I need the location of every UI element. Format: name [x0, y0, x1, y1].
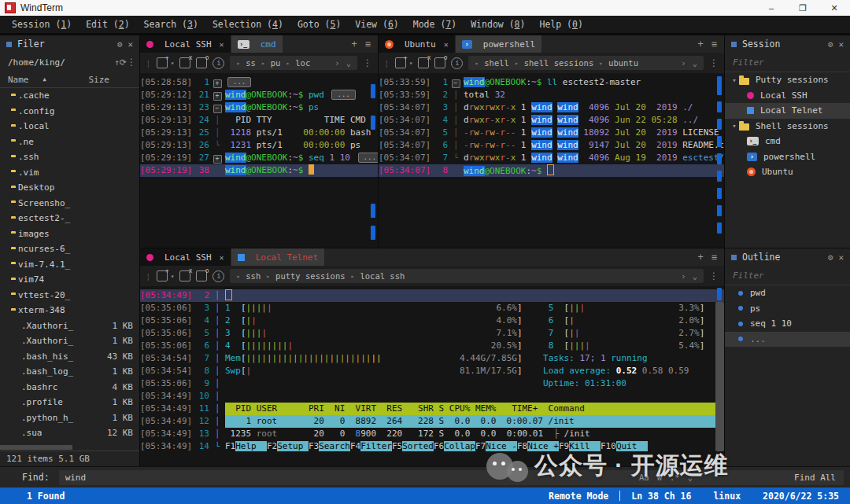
- tab-list-icon[interactable]: ≡: [365, 39, 371, 50]
- session-tree-item-ubuntu[interactable]: Ubuntu: [725, 164, 850, 180]
- find-all-button[interactable]: Find All: [794, 473, 836, 483]
- filer-path[interactable]: /home/king/: [8, 57, 65, 68]
- new-session-icon[interactable]: [157, 270, 168, 281]
- file-row[interactable]: .Xauthori_1 KB: [0, 333, 139, 349]
- collapsed-fold-chip[interactable]: ...: [227, 77, 251, 87]
- file-row[interactable]: .profile1 KB: [0, 395, 139, 410]
- file-row[interactable]: xterm-348: [0, 303, 139, 318]
- breadcrumb-segment[interactable]: local ssh: [360, 271, 405, 281]
- close-button[interactable]: ✕: [819, 0, 850, 16]
- breadcrumb-segment[interactable]: pu: [271, 58, 281, 68]
- menu-view[interactable]: View (6): [348, 19, 405, 30]
- fold-collapse-icon[interactable]: −: [209, 101, 225, 114]
- menu-help[interactable]: Help (0): [532, 19, 589, 30]
- dropdown-caret-icon[interactable]: ▾: [409, 60, 413, 67]
- file-row[interactable]: .ne: [0, 134, 139, 150]
- new-tab-button[interactable]: +: [698, 39, 704, 50]
- outline-item[interactable]: ps: [725, 301, 850, 317]
- breadcrumb[interactable]: ▸ss▸pu▸loc›⌄: [230, 56, 357, 70]
- info-icon[interactable]: i: [213, 270, 224, 282]
- find-input[interactable]: [59, 470, 844, 485]
- info-icon[interactable]: i: [213, 57, 224, 69]
- breadcrumb-segment[interactable]: shell sessions: [524, 58, 594, 68]
- menu-goto[interactable]: Goto (5): [290, 19, 348, 30]
- session-tree-item-cmd[interactable]: cmd: [725, 134, 850, 149]
- menu-window[interactable]: Window (8): [464, 19, 532, 30]
- file-row[interactable]: esctest2-_: [0, 211, 139, 226]
- breadcrumb-segment[interactable]: putty sessions: [275, 271, 346, 281]
- gear-icon[interactable]: ⚙: [828, 252, 833, 263]
- column-name[interactable]: Name: [8, 75, 29, 85]
- fold-expand-icon[interactable]: +: [209, 76, 225, 89]
- find-option-aa[interactable]: Aa: [639, 473, 649, 482]
- chevron-right-icon[interactable]: ›: [334, 58, 339, 68]
- fold-expand-icon[interactable]: +: [209, 89, 225, 101]
- os-indicator[interactable]: linux: [702, 491, 752, 502]
- file-row[interactable]: .ssh: [0, 149, 139, 165]
- file-row[interactable]: .cache: [0, 88, 139, 104]
- session-tree-item-powershell[interactable]: powershell: [725, 149, 850, 165]
- close-session-icon[interactable]: [179, 270, 190, 281]
- tab-list-icon[interactable]: ≡: [711, 252, 717, 263]
- file-row[interactable]: vttest-20_: [0, 288, 139, 304]
- tab-cmd[interactable]: cmd: [231, 35, 283, 53]
- tree-expand-caret-icon[interactable]: ▾: [730, 122, 739, 130]
- breadcrumb-segment[interactable]: shell: [484, 58, 509, 68]
- file-row[interactable]: .bashrc4 KB: [0, 380, 139, 395]
- session-tree-item-local-telnet[interactable]: Local Telnet: [725, 103, 850, 119]
- menu-selection[interactable]: Selection (4): [205, 19, 290, 30]
- menu-edit[interactable]: Edit (2): [79, 19, 136, 30]
- file-row[interactable]: images: [0, 226, 139, 242]
- find-option-[interactable]: .*: [670, 473, 680, 482]
- dropdown-caret-icon[interactable]: ▾: [171, 273, 175, 280]
- up-directory-icon[interactable]: ↑: [114, 57, 120, 68]
- gear-icon[interactable]: ⚙: [828, 39, 833, 50]
- new-tab-button[interactable]: +: [352, 39, 357, 50]
- filer-column-header[interactable]: Name ▲ Size: [0, 72, 139, 88]
- breadcrumb[interactable]: ▸ssh▸putty sessions▸local ssh›⌄: [230, 269, 704, 283]
- file-row[interactable]: .python_h_1 KB: [0, 410, 139, 426]
- menu-session[interactable]: Session (1): [5, 19, 79, 30]
- collapsed-fold-chip[interactable]: ...: [358, 153, 378, 163]
- refresh-icon[interactable]: ⟳: [120, 57, 127, 68]
- file-row[interactable]: .local: [0, 119, 139, 134]
- outline-filter[interactable]: Filter: [725, 266, 850, 285]
- fold-collapse-icon[interactable]: −: [448, 76, 464, 89]
- file-row[interactable]: .Xauthori_1 KB: [0, 318, 139, 334]
- file-row[interactable]: Desktop: [0, 180, 139, 196]
- maximize-button[interactable]: ❐: [787, 0, 819, 16]
- mode-indicator[interactable]: Remote Mode: [538, 491, 619, 502]
- info-icon[interactable]: i: [451, 57, 463, 69]
- breadcrumb[interactable]: ▸shell▸shell sessions▸ubuntu›⌄: [468, 56, 704, 70]
- dropdown-caret-icon[interactable]: ▾: [171, 60, 175, 67]
- new-tab-button[interactable]: +: [698, 252, 704, 263]
- menu-search[interactable]: Search (3): [137, 19, 205, 30]
- find-option-[interactable]: ⌄: [688, 473, 693, 482]
- breadcrumb-segment[interactable]: ss: [246, 58, 256, 68]
- duplicate-session-icon[interactable]: [196, 270, 207, 281]
- outline-item[interactable]: ...: [725, 332, 850, 348]
- new-session-icon[interactable]: [395, 57, 406, 68]
- session-filter[interactable]: Filter: [725, 53, 850, 72]
- tab-local-telnet[interactable]: Local Telnet: [231, 248, 324, 266]
- chevron-right-icon[interactable]: ›: [681, 271, 686, 281]
- breadcrumb-segment[interactable]: loc: [295, 58, 310, 68]
- close-tab-icon[interactable]: ✕: [220, 40, 224, 49]
- close-tab-icon[interactable]: ✕: [220, 253, 224, 262]
- more-options-icon[interactable]: ⋮: [363, 57, 372, 68]
- chevron-down-icon[interactable]: ⌄: [346, 58, 351, 68]
- tab-ubuntu[interactable]: Ubuntu✕: [379, 35, 455, 53]
- chevron-right-icon[interactable]: ›: [681, 58, 686, 68]
- file-row[interactable]: .config: [0, 104, 139, 120]
- find-option-w[interactable]: W: [657, 473, 662, 482]
- new-session-icon[interactable]: [157, 57, 168, 68]
- breadcrumb-segment[interactable]: ubuntu: [608, 58, 638, 68]
- close-panel-icon[interactable]: ✕: [128, 39, 133, 50]
- minimize-button[interactable]: –: [756, 0, 787, 16]
- tab-powershell[interactable]: powershell: [456, 35, 541, 53]
- file-row[interactable]: vim-7.4.1_: [0, 257, 139, 273]
- file-row[interactable]: .bash_his_43 KB: [0, 349, 139, 365]
- file-row[interactable]: .bash_log_1 KB: [0, 364, 139, 380]
- fold-expand-icon[interactable]: +: [209, 152, 225, 164]
- session-tree-item-local-ssh[interactable]: Local SSH: [725, 88, 850, 104]
